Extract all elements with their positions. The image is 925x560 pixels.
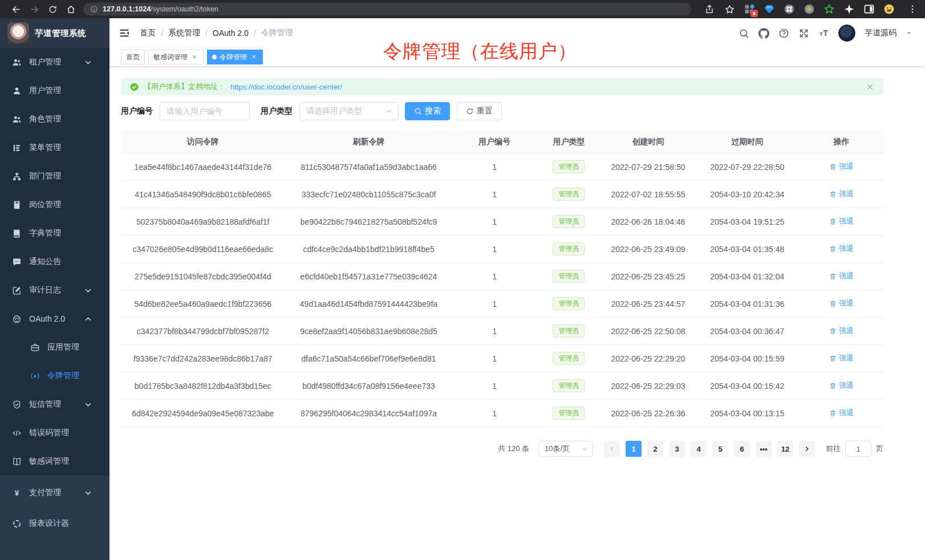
breadcrumb-system[interactable]: 系统管理 xyxy=(168,28,200,38)
breadcrumb-home[interactable]: 首页 xyxy=(140,28,156,38)
force-logout-button[interactable]: 强退 xyxy=(829,216,854,226)
tab-close-icon[interactable]: × xyxy=(250,53,258,61)
extension-sparkle-icon[interactable] xyxy=(843,3,855,15)
page-size-select[interactable]: 10条/页 xyxy=(538,441,593,457)
force-logout-button[interactable]: 强退 xyxy=(829,298,854,309)
address-bar[interactable]: 127.0.0.1:1024/system/oauth2/token xyxy=(83,3,691,15)
page-button-2[interactable]: 2 xyxy=(647,441,663,457)
user-type-cell: 管理员 xyxy=(537,297,602,310)
sidebar-item-menu[interactable]: 菜单管理 xyxy=(0,133,109,162)
breadcrumb-oauth2[interactable]: OAuth 2.0 xyxy=(213,29,249,38)
user-type-select[interactable]: 请选择用户类型 xyxy=(299,102,399,120)
user-id-cell: 1 xyxy=(453,382,537,391)
page-button-3[interactable]: 3 xyxy=(669,441,685,457)
tab-close-icon[interactable]: × xyxy=(190,53,198,61)
column-header: 操作 xyxy=(800,137,883,147)
sidebar-item-oauth2-token[interactable]: A令牌管理 xyxy=(0,362,109,390)
user-type-badge: 管理员 xyxy=(553,270,585,283)
force-logout-button[interactable]: 强退 xyxy=(829,408,854,418)
prev-page-button[interactable] xyxy=(604,441,620,457)
user-caret-down-icon[interactable] xyxy=(906,30,912,36)
force-logout-button[interactable]: 强退 xyxy=(829,189,854,199)
svg-text:T: T xyxy=(823,28,828,37)
github-icon[interactable] xyxy=(758,28,769,39)
page-ellipsis[interactable]: ••• xyxy=(756,441,772,457)
access-token-cell: 275e5de9151045fe87cbdc395e004f4d xyxy=(121,272,285,281)
help-icon[interactable] xyxy=(778,28,789,39)
sidebar-item-notice[interactable]: 通知公告 xyxy=(0,247,109,276)
fullscreen-icon[interactable] xyxy=(798,28,809,39)
reset-button[interactable]: 重置 xyxy=(457,102,502,120)
force-logout-button[interactable]: 强退 xyxy=(829,244,854,254)
sidebar-toggle-icon[interactable] xyxy=(119,27,130,39)
home-icon[interactable] xyxy=(62,1,80,17)
browser-menu-dots-icon[interactable] xyxy=(907,3,918,15)
search-button[interactable]: 搜索 xyxy=(405,102,450,120)
robot-icon xyxy=(12,314,22,324)
page-button-6[interactable]: 6 xyxy=(734,441,750,457)
tab-label: 敏感词管理 xyxy=(153,52,188,62)
sidebar-item-post[interactable]: 岗位管理 xyxy=(0,190,109,219)
sidebar-item-dict[interactable]: 字典管理 xyxy=(0,219,109,247)
share-icon[interactable] xyxy=(704,3,715,15)
sidebar-item-sms[interactable]: 短信管理 xyxy=(0,390,109,419)
user-id-input[interactable] xyxy=(160,102,250,120)
sidebar-item-report-designer[interactable]: 报表设计器 xyxy=(0,508,109,539)
next-page-button[interactable] xyxy=(799,441,815,457)
page-button-1[interactable]: 1 xyxy=(626,441,642,457)
table-row: 54d6be82ee5a460a9aedc1f9bf223656 49d1aa4… xyxy=(121,290,883,318)
dict-book-icon xyxy=(12,229,22,238)
created-time-cell: 2022-06-25 23:49:09 xyxy=(601,245,695,254)
bookmark-star-icon[interactable] xyxy=(724,3,735,15)
extension-green-star-icon[interactable] xyxy=(823,3,835,15)
total-count: 共 120 条 xyxy=(498,444,529,454)
sidebar-item-oauth2-app[interactable]: 应用管理 xyxy=(0,333,109,362)
info-icon[interactable] xyxy=(90,5,98,13)
sidebar-item-role[interactable]: 角色管理 xyxy=(0,105,109,133)
force-logout-label: 强退 xyxy=(839,216,854,226)
page-button-12[interactable]: 12 xyxy=(777,441,793,457)
page-button-4[interactable]: 4 xyxy=(691,441,707,457)
tab-home[interactable]: 首页 xyxy=(121,50,145,64)
user-name[interactable]: 芋道源码 xyxy=(865,28,896,38)
forward-icon[interactable] xyxy=(25,1,43,17)
expire-time-cell: 2054-03-04 00:15:42 xyxy=(695,382,800,391)
extension-squares-icon[interactable]: 9 xyxy=(744,3,755,15)
force-logout-button[interactable]: 强退 xyxy=(829,326,854,336)
extension-command-icon[interactable] xyxy=(784,3,795,15)
sidebar-item-label: 角色管理 xyxy=(29,114,61,124)
chevron-down-icon xyxy=(83,58,93,67)
sidebar-item-error-code[interactable]: 错误码管理 xyxy=(0,419,109,447)
extension-gem-icon[interactable] xyxy=(764,3,775,15)
force-logout-button[interactable]: 强退 xyxy=(829,161,854,172)
sidebar-item-pay[interactable]: ¥支付管理 xyxy=(0,477,109,508)
user-type-badge: 管理员 xyxy=(553,215,585,228)
sidebar-item-user[interactable]: 用户管理 xyxy=(0,76,109,105)
alert-close-icon[interactable] xyxy=(866,83,874,91)
sidebar-item-sensitive-word[interactable]: 敏感词管理 xyxy=(0,447,109,476)
sidebar-item-tenant[interactable]: 租户管理 xyxy=(0,48,109,76)
table-row: 6d842e2924594de9a09e45e087323abe 8796295… xyxy=(121,400,883,427)
font-size-icon[interactable]: TT xyxy=(818,28,829,39)
column-header: 用户类型 xyxy=(537,137,602,147)
tab-sensitive-word[interactable]: 敏感词管理× xyxy=(148,50,204,64)
page-button-5[interactable]: 5 xyxy=(712,441,728,457)
doc-link[interactable]: https://doc.iocoder.cn/user-center/ xyxy=(230,83,342,91)
reload-icon[interactable] xyxy=(43,1,62,17)
force-logout-button[interactable]: 强退 xyxy=(829,380,854,391)
force-logout-button[interactable]: 强退 xyxy=(829,353,854,363)
header-search-icon[interactable] xyxy=(739,28,749,39)
force-logout-button[interactable]: 强退 xyxy=(829,271,854,281)
sidebar-item-audit[interactable]: 审计日志 xyxy=(0,276,109,305)
trash-icon xyxy=(829,218,837,225)
tab-token[interactable]: 令牌管理× xyxy=(207,50,263,64)
back-icon[interactable] xyxy=(7,1,25,17)
extension-record-icon[interactable] xyxy=(804,3,815,15)
sidebar-item-oauth2[interactable]: OAuth 2.0 xyxy=(0,305,109,333)
extension-emoji-icon[interactable] xyxy=(883,3,895,15)
sidebar-item-dept[interactable]: 部门管理 xyxy=(0,162,109,190)
goto-page-input[interactable] xyxy=(845,441,871,457)
extension-panel-icon[interactable] xyxy=(863,3,875,15)
user-avatar[interactable] xyxy=(838,25,855,42)
user-id-cell: 1 xyxy=(453,272,537,281)
